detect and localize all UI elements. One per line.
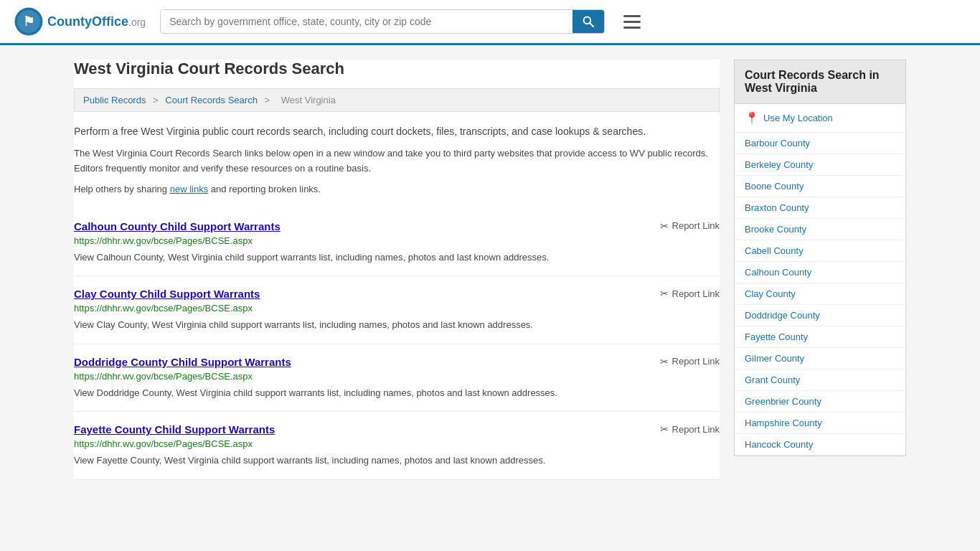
result-item-0: Calhoun County Child Support Warrants ✂ …: [74, 209, 720, 277]
sidebar-county-9[interactable]: Fayette County: [735, 326, 905, 348]
menu-line-3: [623, 27, 641, 29]
sidebar-county-8[interactable]: Doddridge County: [735, 305, 905, 326]
result-item-1: Clay County Child Support Warrants ✂ Rep…: [74, 276, 720, 344]
header: ⚑ CountyOffice.org: [0, 0, 980, 45]
result-url-3: https://dhhr.wv.gov/bcse/Pages/BCSE.aspx: [74, 438, 720, 449]
help-text: Help others by sharing new links and rep…: [74, 184, 720, 194]
result-header-3: Fayette County Child Support Warrants ✂ …: [74, 423, 720, 435]
location-icon: 📍: [745, 111, 759, 125]
content-area: West Virginia Court Records Search Publi…: [74, 60, 720, 480]
breadcrumb: Public Records > Court Records Search > …: [74, 88, 720, 112]
sidebar-county-1[interactable]: Berkeley County: [735, 154, 905, 176]
svg-line-4: [590, 23, 594, 27]
logo-suffix: .org: [128, 17, 146, 28]
breadcrumb-sep-1: >: [153, 95, 161, 105]
result-url-2: https://dhhr.wv.gov/bcse/Pages/BCSE.aspx: [74, 371, 720, 382]
result-header-0: Calhoun County Child Support Warrants ✂ …: [74, 220, 720, 232]
breadcrumb-state: West Virginia: [281, 95, 336, 105]
menu-button[interactable]: [619, 11, 645, 33]
report-link-btn-0[interactable]: ✂ Report Link: [660, 220, 720, 232]
use-my-location-label: Use My Location: [763, 113, 833, 123]
result-header-1: Clay County Child Support Warrants ✂ Rep…: [74, 288, 720, 300]
result-url-1: https://dhhr.wv.gov/bcse/Pages/BCSE.aspx: [74, 303, 720, 314]
result-desc-1: View Clay County, West Virginia child su…: [74, 318, 720, 332]
report-icon-1: ✂: [660, 288, 669, 299]
note-text: The West Virginia Court Records Search l…: [74, 146, 720, 176]
report-link-btn-2[interactable]: ✂ Report Link: [660, 356, 720, 367]
sidebar-county-0[interactable]: Barbour County: [735, 133, 905, 154]
sidebar-county-12[interactable]: Greenbrier County: [735, 391, 905, 413]
result-title-2[interactable]: Doddridge County Child Support Warrants: [74, 356, 291, 368]
logo-text-area: CountyOffice.org: [47, 14, 146, 29]
results-list: Calhoun County Child Support Warrants ✂ …: [74, 209, 720, 480]
result-url-0: https://dhhr.wv.gov/bcse/Pages/BCSE.aspx: [74, 235, 720, 246]
result-desc-2: View Doddridge County, West Virginia chi…: [74, 386, 720, 400]
page-title: West Virginia Court Records Search: [74, 60, 720, 78]
search-button[interactable]: [573, 10, 604, 33]
svg-text:⚑: ⚑: [23, 14, 34, 29]
logo-brand: CountyOffice: [47, 14, 128, 29]
sidebar-county-2[interactable]: Boone County: [735, 176, 905, 197]
county-list: Barbour CountyBerkeley CountyBoone Count…: [735, 133, 905, 456]
intro-text: Perform a free West Virginia public cour…: [74, 123, 720, 139]
use-my-location-link[interactable]: 📍 Use My Location: [735, 104, 905, 133]
report-link-btn-1[interactable]: ✂ Report Link: [660, 288, 720, 299]
sidebar-county-14[interactable]: Hancock County: [735, 434, 905, 456]
result-header-2: Doddridge County Child Support Warrants …: [74, 356, 720, 368]
sidebar-county-7[interactable]: Clay County: [735, 283, 905, 305]
report-icon-0: ✂: [660, 220, 669, 232]
breadcrumb-public-records[interactable]: Public Records: [83, 95, 146, 105]
sidebar-title: Court Records Search in West Virginia: [734, 60, 906, 104]
menu-line-2: [623, 21, 641, 23]
sidebar-county-13[interactable]: Hampshire County: [735, 413, 905, 434]
sidebar-content: 📍 Use My Location Barbour CountyBerkeley…: [734, 104, 906, 456]
logo-area: ⚑ CountyOffice.org: [14, 7, 146, 36]
result-title-0[interactable]: Calhoun County Child Support Warrants: [74, 220, 281, 232]
report-link-btn-3[interactable]: ✂ Report Link: [660, 423, 720, 435]
sidebar-county-3[interactable]: Braxton County: [735, 197, 905, 219]
main-container: West Virginia Court Records Search Publi…: [60, 45, 920, 494]
result-desc-3: View Fayette County, West Virginia child…: [74, 453, 720, 468]
result-title-1[interactable]: Clay County Child Support Warrants: [74, 288, 260, 300]
result-item-2: Doddridge County Child Support Warrants …: [74, 344, 720, 413]
sidebar-county-4[interactable]: Brooke County: [735, 219, 905, 240]
sidebar: Court Records Search in West Virginia 📍 …: [734, 60, 906, 480]
report-icon-2: ✂: [660, 356, 669, 367]
search-icon: [583, 16, 594, 27]
sidebar-county-10[interactable]: Gilmer County: [735, 348, 905, 369]
breadcrumb-court-records[interactable]: Court Records Search: [165, 95, 258, 105]
report-icon-3: ✂: [660, 423, 669, 435]
sidebar-county-6[interactable]: Calhoun County: [735, 262, 905, 283]
result-title-3[interactable]: Fayette County Child Support Warrants: [74, 423, 275, 435]
menu-line-1: [623, 15, 641, 17]
logo-icon: ⚑: [14, 7, 43, 36]
breadcrumb-sep-2: >: [265, 95, 273, 105]
search-area: [160, 9, 605, 34]
result-item-3: Fayette County Child Support Warrants ✂ …: [74, 412, 720, 480]
search-input[interactable]: [161, 10, 573, 33]
new-links-link[interactable]: new links: [170, 184, 208, 194]
sidebar-county-5[interactable]: Cabell County: [735, 240, 905, 262]
sidebar-county-11[interactable]: Grant County: [735, 369, 905, 391]
result-desc-0: View Calhoun County, West Virginia child…: [74, 250, 720, 265]
